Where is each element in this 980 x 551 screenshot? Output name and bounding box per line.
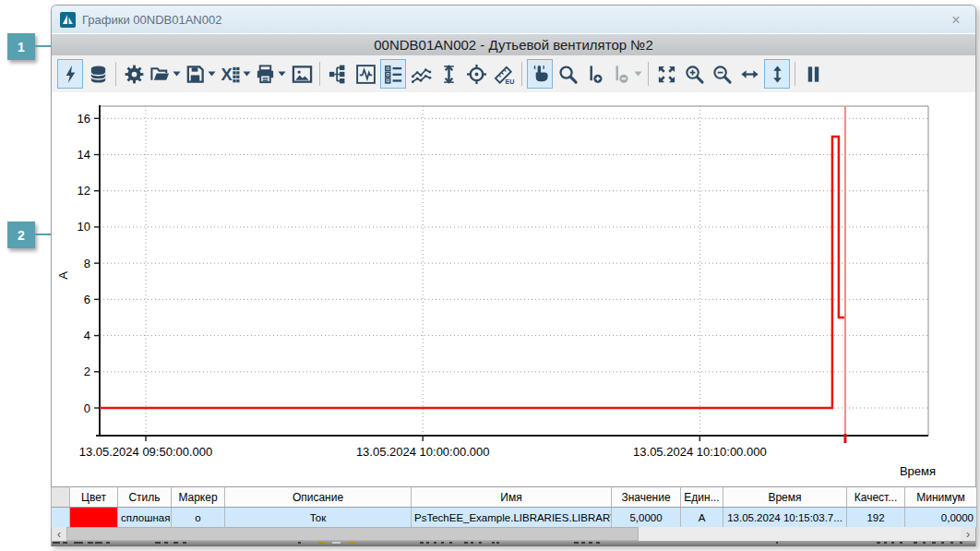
app-logo-icon: [60, 12, 76, 28]
tree-icon: [328, 64, 349, 85]
zoom-select-button[interactable]: [555, 59, 580, 89]
cropped-pixel-mark: [776, 542, 778, 544]
legend-cell: А: [681, 508, 723, 528]
chart-area[interactable]: 024681012141613.05.2024 09:50:00.00013.0…: [52, 92, 975, 486]
y-tick-label: 6: [84, 293, 90, 306]
image-icon: [292, 64, 313, 85]
cropped-pixel-mark: [596, 542, 600, 544]
column-header[interactable]: [52, 487, 70, 508]
column-header[interactable]: Время: [723, 487, 847, 508]
column-header[interactable]: Имя: [412, 487, 612, 508]
column-header[interactable]: Един...: [681, 487, 723, 508]
cropped-pixel-mark: [449, 542, 452, 544]
add-cursor-button[interactable]: [582, 59, 608, 89]
vertical-scale-button[interactable]: [436, 59, 461, 89]
cropped-pixel-mark: [298, 542, 301, 544]
cropped-pixel-mark: [164, 542, 168, 544]
y-tick-label: 4: [84, 329, 90, 342]
signal-tree-button[interactable]: [325, 59, 351, 89]
cropped-pixel-mark: [426, 542, 429, 544]
pulse-icon: [355, 64, 376, 85]
toolbar-separator: [648, 62, 649, 86]
column-header[interactable]: Значение: [612, 487, 681, 508]
cropped-pixel-mark: [496, 542, 499, 544]
cropped-pixel-mark: [914, 542, 917, 544]
callout-badge-1: 1: [7, 33, 35, 60]
data-source-button[interactable]: [85, 59, 111, 89]
cropped-pixel-mark: [464, 542, 468, 544]
fit-vertical-button[interactable]: [764, 59, 790, 89]
cursor-remove-icon: [611, 64, 632, 85]
lightning-icon: [60, 64, 81, 85]
print-button[interactable]: [254, 59, 287, 89]
legend-header-row: ЦветСтильМаркерОписаниеИмяЗначениеЕдин..…: [52, 487, 977, 508]
ruler-eu-icon: EU: [494, 64, 515, 85]
scrollbar-track[interactable]: [66, 527, 961, 541]
settings-button[interactable]: [121, 59, 147, 89]
oscillogram-button[interactable]: [353, 59, 378, 89]
cropped-pixel-mark: [923, 542, 926, 544]
magnifier-icon: [557, 64, 579, 85]
folder-open-icon: [149, 64, 171, 85]
series-line: [100, 137, 845, 408]
x-tick-label: 13.05.2024 09:50:00.000: [79, 445, 213, 459]
dropdown-caret-icon: [634, 71, 642, 77]
legend-row[interactable]: сплошнаяoТокPsTechEE_Example.LIBRARIES.L…: [52, 508, 977, 528]
legend-button[interactable]: [380, 59, 406, 89]
toolbar-separator: [319, 62, 320, 86]
window-bottom-edge: [52, 541, 975, 546]
open-button[interactable]: [149, 59, 182, 89]
screen: 1 2 Графики 00NDB01AN002 × 00NDB01AN002 …: [0, 0, 980, 551]
scroll-right-icon[interactable]: ›: [961, 527, 975, 541]
callout-line-1: [35, 45, 52, 47]
legend-cell: o: [172, 508, 225, 528]
cropped-pixel-mark: [318, 542, 325, 544]
crosshair-button[interactable]: [463, 59, 489, 89]
pause-button[interactable]: [800, 59, 826, 89]
window-titlebar[interactable]: Графики 00NDB01AN002 ×: [52, 6, 975, 33]
scroll-left-icon[interactable]: ‹: [52, 527, 66, 541]
cropped-pixel-mark: [155, 542, 161, 544]
zoom-out-button[interactable]: [709, 59, 735, 89]
measure-eu-button[interactable]: EU: [491, 59, 517, 89]
fit-horizontal-button[interactable]: [736, 59, 762, 89]
legend-cell: сплошная: [118, 508, 172, 528]
legend-icon: [383, 64, 404, 85]
zoom-in-button[interactable]: [681, 59, 707, 89]
cropped-pixel-mark: [349, 542, 355, 544]
curves-button[interactable]: [408, 59, 434, 89]
column-header[interactable]: Маркер: [172, 487, 225, 508]
trend-plot[interactable]: 024681012141613.05.2024 09:50:00.00013.0…: [52, 92, 975, 486]
save-button[interactable]: [184, 59, 217, 89]
x-tick-label: 13.05.2024 10:10:00.000: [633, 445, 767, 459]
pause-icon: [803, 64, 824, 85]
cropped-pixel-mark: [183, 542, 186, 544]
legend-cell: PsTechEE_Example.LIBRARIES.LIBRARY_...: [412, 508, 612, 528]
color-swatch: [70, 508, 118, 528]
chart-title: 00NDB01AN002 - Дутьевой вентилятор №2: [374, 37, 652, 53]
column-header[interactable]: Качест...: [847, 487, 905, 508]
dropdown-caret-icon: [243, 71, 251, 77]
cropped-pixel-mark: [471, 542, 473, 544]
pan-mode-button[interactable]: [527, 59, 553, 89]
column-header[interactable]: Минимум: [905, 487, 977, 508]
column-header[interactable]: Описание: [225, 487, 412, 508]
curves-icon: [411, 64, 432, 85]
gear-icon: [124, 64, 145, 85]
toolbar: XEU: [52, 55, 975, 92]
cropped-pixel-mark: [581, 542, 585, 544]
cropped-pixel-mark: [63, 542, 67, 544]
fit-all-button[interactable]: [653, 59, 679, 89]
y-tick-label: 10: [78, 220, 90, 234]
horizontal-scrollbar[interactable]: ‹ ›: [52, 527, 975, 541]
realtime-button[interactable]: [57, 59, 83, 89]
column-header[interactable]: Стиль: [118, 487, 172, 508]
column-header[interactable]: Цвет: [70, 487, 118, 508]
target-icon: [466, 64, 487, 85]
export-image-button[interactable]: [289, 59, 315, 89]
export-excel-button[interactable]: X: [219, 59, 252, 89]
close-button[interactable]: ×: [946, 10, 966, 30]
cropped-pixel-mark: [53, 542, 60, 544]
trend-window: Графики 00NDB01AN002 × 00NDB01AN002 - Ду…: [51, 5, 976, 546]
scrollbar-thumb[interactable]: [66, 527, 639, 541]
